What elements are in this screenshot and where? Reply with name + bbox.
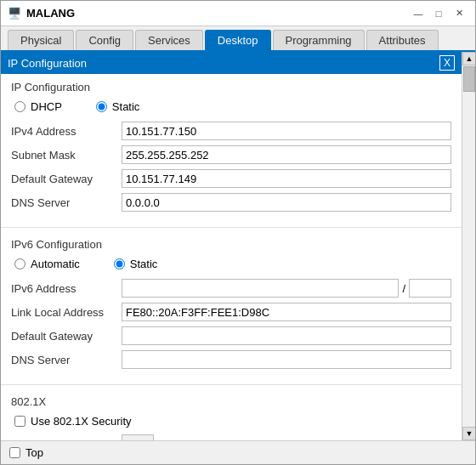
static-radio[interactable] [96, 101, 107, 112]
main-window: 🖥️ MALANG — □ ✕ Physical Config Services… [0, 0, 476, 465]
default-gateway-label: Default Gateway [11, 173, 122, 185]
dhcp-radio-label[interactable]: DHCP [14, 100, 62, 113]
content-area: IP Configuration X IP Configuration DHCP… [1, 52, 475, 440]
maximize-button[interactable]: □ [429, 5, 448, 22]
link-local-input[interactable] [122, 303, 451, 321]
auto-radio-label[interactable]: Automatic [14, 258, 80, 270]
auth-select-wrapper: MD5 ▼ [122, 434, 451, 440]
ipv4-address-input[interactable] [122, 122, 451, 140]
link-local-row: Link Local Address [11, 303, 451, 321]
ipv6-address-input[interactable] [122, 279, 399, 298]
ipv6-mode-row: Automatic Static [11, 258, 451, 270]
scroll-down-button[interactable]: ▼ [462, 427, 475, 440]
title-bar-left: 🖥️ MALANG [8, 7, 75, 20]
static6-radio[interactable] [114, 258, 125, 269]
scroll-thumb[interactable] [463, 66, 475, 92]
static6-label: Static [130, 258, 158, 270]
select-arrow-icon: ▼ [439, 439, 448, 441]
ipv6-gateway-label: Default Gateway [11, 330, 122, 343]
divider-2 [1, 384, 462, 385]
divider-1 [1, 227, 462, 228]
title-bar: 🖥️ MALANG — □ ✕ [1, 1, 475, 26]
ipv6-addr-container: / [122, 279, 451, 298]
bottom-bar: Top [1, 440, 475, 464]
use-8021x-label: Use 802.1X Security [31, 415, 132, 428]
ipv6-gateway-input[interactable] [122, 326, 451, 345]
default-gateway-row: Default Gateway [11, 169, 451, 188]
ipv6-dns-row: DNS Server [11, 350, 451, 369]
subnet-mask-row: Subnet Mask [11, 145, 451, 164]
tab-attributes[interactable]: Attributes [366, 30, 439, 50]
ipv4-section: IP Configuration DHCP Static IPv4 Addres… [1, 74, 462, 224]
dns-server-row: DNS Server [11, 193, 451, 212]
ip-mode-row: DHCP Static [11, 100, 451, 113]
subnet-mask-label: Subnet Mask [11, 149, 122, 162]
tab-bar: Physical Config Services Desktop Program… [1, 26, 475, 52]
tab-services[interactable]: Services [135, 30, 203, 50]
default-gateway-input[interactable] [122, 169, 451, 188]
auth-select[interactable]: MD5 [122, 434, 154, 440]
tab-physical[interactable]: Physical [8, 30, 74, 50]
dot1x-section: 802.1X Use 802.1X Security Authenticatio… [1, 388, 462, 440]
scroll-up-button[interactable]: ▲ [462, 52, 475, 65]
auto-label: Automatic [31, 258, 80, 270]
tab-desktop[interactable]: Desktop [205, 30, 271, 50]
top-checkbox[interactable] [9, 447, 20, 458]
ip-config-header: IP Configuration X [1, 52, 462, 74]
static-label: Static [112, 100, 140, 113]
auto-radio[interactable] [14, 258, 26, 269]
static6-radio-label[interactable]: Static [114, 258, 158, 270]
close-button[interactable]: ✕ [450, 5, 468, 22]
ipv6-dns-label: DNS Server [11, 354, 122, 366]
ipv6-prefix-input[interactable] [409, 279, 451, 298]
dot1x-section-title: 802.1X [11, 395, 451, 408]
dns-server-input[interactable] [122, 193, 451, 212]
app-icon: 🖥️ [8, 7, 21, 20]
tab-programming[interactable]: Programming [273, 30, 365, 50]
main-panel: IP Configuration X IP Configuration DHCP… [1, 52, 462, 440]
ipv6-separator: / [399, 282, 409, 295]
use-8021x-checkbox[interactable] [14, 416, 26, 427]
ipv6-dns-input[interactable] [122, 350, 451, 369]
static-radio-label[interactable]: Static [96, 100, 140, 113]
dhcp-radio[interactable] [14, 101, 26, 112]
ipv4-section-title: IP Configuration [11, 81, 451, 94]
ipv4-address-label: IPv4 Address [11, 125, 122, 138]
window-title: MALANG [26, 7, 75, 20]
ipv6-address-row: IPv6 Address / [11, 279, 451, 298]
scrollbar: ▲ ▼ [462, 52, 475, 440]
ipv6-gateway-row: Default Gateway [11, 326, 451, 345]
ipv6-address-label: IPv6 Address [11, 282, 122, 295]
ip-config-close-button[interactable]: X [439, 55, 455, 71]
dns-server-label: DNS Server [11, 196, 122, 209]
auth-row: Authentication MD5 ▼ [11, 434, 451, 440]
minimize-button[interactable]: — [409, 5, 428, 22]
title-controls: — □ ✕ [409, 5, 468, 22]
ipv6-section-title: IPv6 Configuration [11, 238, 451, 251]
scroll-track [462, 65, 475, 427]
tab-config[interactable]: Config [76, 30, 133, 50]
dhcp-label: DHCP [31, 100, 62, 113]
link-local-label: Link Local Address [11, 306, 122, 319]
use-8021x-row: Use 802.1X Security [11, 415, 451, 428]
ipv6-section: IPv6 Configuration Automatic Static IPv6… [1, 231, 462, 381]
ip-config-header-title: IP Configuration [8, 57, 87, 70]
ipv4-address-row: IPv4 Address [11, 122, 451, 140]
top-label: Top [26, 446, 43, 459]
subnet-mask-input[interactable] [122, 145, 451, 164]
